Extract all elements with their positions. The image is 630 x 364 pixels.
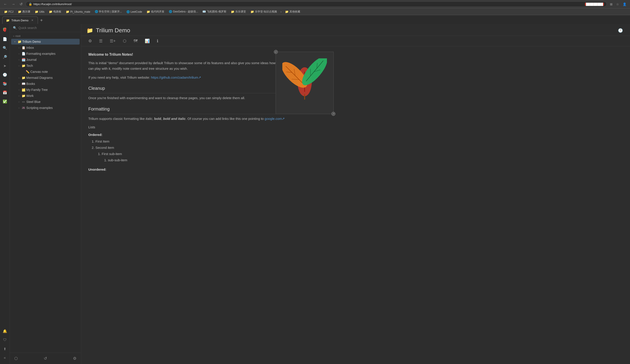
tab-close-button[interactable]: ✕ xyxy=(30,18,34,22)
bookmark-lexuetang[interactable]: 📁乐学堂·知识点视频 xyxy=(249,9,279,14)
forward-button[interactable]: → xyxy=(10,2,16,7)
collapse-sidebar-button[interactable]: « xyxy=(1,354,9,362)
tree-label: My Family Tree xyxy=(26,88,78,92)
tab-trilium-demo[interactable]: 📁 Trilium Demo ✕ xyxy=(2,16,38,24)
settings-button[interactable]: ⚙ xyxy=(72,355,78,362)
note-title: Trilium Demo xyxy=(96,27,130,34)
extensions-button[interactable]: ⊞ xyxy=(608,2,614,7)
bookmark-lele[interactable]: 📁乐乐课堂 xyxy=(229,9,248,14)
help-text: If you need any help, visit Trilium webs… xyxy=(88,75,151,79)
note-body: Welcome to Trilium Notes! This is initia… xyxy=(81,46,630,364)
browser-actions: ⊞ ☆ 👤 xyxy=(608,2,628,7)
resize-handle-top-left[interactable]: ↙ xyxy=(274,50,278,54)
url-input[interactable] xyxy=(34,2,584,6)
layers-button[interactable]: ⬡ xyxy=(14,355,19,362)
formatting-paragraph: Trilium supports classic formatting like… xyxy=(88,116,334,122)
list-item: sub-sub-item xyxy=(108,158,334,163)
sync-status-button[interactable]: ↺ xyxy=(43,355,48,362)
bookmark-leetcode[interactable]: 🌐 LeetCode xyxy=(125,10,144,14)
tree-item-tech[interactable]: › 📁 Tech xyxy=(11,63,80,69)
tree-view-button[interactable]: 🔍 xyxy=(1,44,9,52)
link-map-button[interactable]: 🗺 xyxy=(132,38,140,44)
bookmarks-button[interactable]: 📚 xyxy=(1,80,9,88)
search-icon: 🔍 xyxy=(13,26,17,30)
note-content: Welcome to Trilium Notes! This is initia… xyxy=(88,52,334,172)
tree-item-trilium-demo[interactable]: ▾ 📁 Trilium Demo xyxy=(11,39,80,44)
logo-button[interactable] xyxy=(1,26,9,34)
new-tab-button[interactable]: + xyxy=(38,17,44,24)
tree-item-steelblue[interactable]: › <> Steel Blue xyxy=(11,99,80,105)
search-bar: 🔍 xyxy=(10,24,81,32)
new-note-button[interactable]: 📄 xyxy=(1,35,9,43)
trilium-link[interactable]: https://github.com/zadam/trilium↗ xyxy=(151,75,201,79)
bookmark-others[interactable]: 📁其他收藏 xyxy=(283,9,302,14)
trilium-leaves-svg xyxy=(282,58,327,107)
sync-button[interactable]: 🔔 xyxy=(1,327,9,335)
bookmark-pi[interactable]: 📁Pi_Ubuntu_mate xyxy=(64,9,92,14)
content-area: 📁 Trilium Demo 🕐 ⚙ ☰ ☰+ ⬡ 🗺 📊 ℹ Welcome … xyxy=(81,24,630,364)
tree-item-inbox[interactable]: › 📋 Inbox xyxy=(11,45,80,51)
search-input[interactable] xyxy=(18,26,78,30)
app-container: 📄 🔍 🔎 ➤ 🕐 📚 📅 ✅ 🔔 🛡 ⬆ « 🔍 » root ▾ 📁 xyxy=(0,24,630,364)
tree-item-journal[interactable]: › 🗓️ Journal xyxy=(11,57,80,63)
tree-item-mermaid[interactable]: › 📁 Mermaid Diagrams xyxy=(11,75,80,81)
recent-changes-button[interactable]: 🕐 xyxy=(1,71,9,79)
tree-item-family[interactable]: › 🗂️ My Family Tree xyxy=(11,87,80,93)
tree-item-books[interactable]: › 📖 Books xyxy=(11,81,80,87)
bookmark-plans[interactable]: 📧 飞机图纸-俄罗斯 xyxy=(201,9,228,14)
chevron-right-icon: › xyxy=(18,100,20,103)
tree-item-canvas[interactable]: ✏️ Canvas note xyxy=(11,69,80,75)
code-icon: <> xyxy=(22,100,26,103)
info-button[interactable]: ℹ xyxy=(155,38,160,44)
bookmark-circuit[interactable]: 📁电路板 xyxy=(47,9,63,14)
bookmark-geogebra[interactable]: 🌐 GeoGebra - 超级强... xyxy=(167,9,200,14)
chevron-right-icon: › xyxy=(18,64,20,67)
bookmark-star[interactable]: ☆ xyxy=(615,2,620,7)
tree-item-formatting[interactable]: › 📄 Formatting examples xyxy=(11,51,80,57)
tree-item-work[interactable]: › 📁 Work xyxy=(11,93,80,99)
resize-handle-bottom-right[interactable]: ↗ xyxy=(332,112,336,116)
lists-label: Lists xyxy=(88,125,334,130)
ordered-label: Ordered: xyxy=(88,132,334,138)
tree-panel: 🔍 » root ▾ 📁 Trilium Demo › 📋 Inbox xyxy=(10,24,81,364)
ordered-list: First Item Second item First sub-item su… xyxy=(96,139,334,163)
note-properties-button[interactable]: ☰ xyxy=(97,38,104,44)
charts-button[interactable]: 📊 xyxy=(143,38,152,44)
back-button[interactable]: ← xyxy=(2,2,8,7)
calendar-button[interactable]: 📅 xyxy=(1,88,9,96)
history-button[interactable]: 🕐 xyxy=(616,27,625,34)
chevron-down-icon: ▾ xyxy=(14,40,16,43)
bookmark-student[interactable]: 🌐 学生空间 | 国家开... xyxy=(93,9,124,14)
chevron-right-icon: › xyxy=(18,107,20,109)
note-icon: 📄 xyxy=(22,52,26,55)
tree-label: Tech xyxy=(26,64,78,67)
bookmark-lowcode[interactable]: 📁低代码开发 xyxy=(145,9,166,14)
tree-label: Books xyxy=(26,82,78,86)
breadcrumb-chevron: » xyxy=(13,34,14,38)
tree-item-scripting[interactable]: › JS Scripting examples xyxy=(11,105,80,111)
folder-icon: 📁 xyxy=(18,40,22,43)
google-link[interactable]: google.com↗ xyxy=(265,117,285,121)
browser-toolbar: ← → ↺ 🔒 █████████ ⊞ ☆ 👤 xyxy=(0,0,630,8)
send-button[interactable]: ⬆ xyxy=(1,345,9,353)
todo-button[interactable]: ✅ xyxy=(1,97,9,105)
note-settings-button[interactable]: ⚙ xyxy=(86,38,94,44)
bookmark-utils[interactable]: 📁Utils xyxy=(33,9,46,14)
bookmark-fcj[interactable]: 📁FCJ xyxy=(2,9,15,14)
chevron-right-icon: › xyxy=(18,94,20,97)
breadcrumb-root[interactable]: root xyxy=(16,34,20,38)
user-avatar[interactable]: 👤 xyxy=(621,2,628,7)
reload-button[interactable]: ↺ xyxy=(18,1,24,7)
formatting-prefix: Trilium supports classic formatting like xyxy=(88,117,146,121)
icon-sidebar: 📄 🔍 🔎 ➤ 🕐 📚 📅 ✅ 🔔 🛡 ⬆ « xyxy=(0,24,10,364)
bookmark-huerkang[interactable]: 📁惠尔康 xyxy=(16,9,32,14)
svg-point-2 xyxy=(4,28,6,32)
trilium-logo-image: ↙ xyxy=(276,52,334,114)
jump-to-note-button[interactable]: ➤ xyxy=(1,62,9,70)
book-icon: 📖 xyxy=(22,82,26,86)
shield-button[interactable]: 🛡 xyxy=(1,336,9,344)
search-button[interactable]: 🔎 xyxy=(1,53,9,61)
unordered-label: Unordered: xyxy=(88,167,334,172)
add-child-button[interactable]: ☰+ xyxy=(108,38,118,44)
note-map-button[interactable]: ⬡ xyxy=(121,38,128,44)
